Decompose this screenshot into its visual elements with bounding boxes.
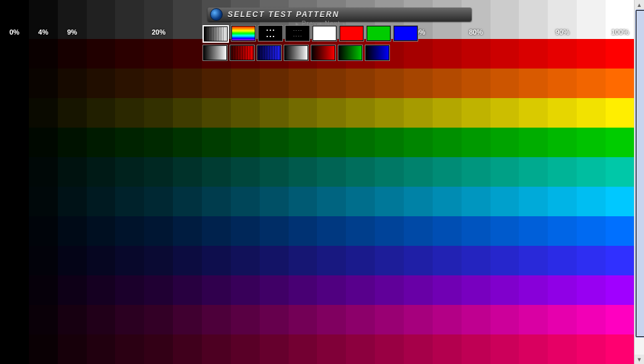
grid-cell [29, 305, 58, 334]
vertical-scrollbar[interactable]: ▲ ▼ [634, 0, 644, 364]
grid-cell [231, 157, 260, 187]
grid-cell [289, 305, 318, 334]
grid-cell [519, 69, 548, 98]
grid-cell [173, 187, 202, 216]
grid-cell [115, 98, 144, 128]
grid-cell [375, 305, 404, 334]
grid-cell [317, 69, 346, 98]
grid-cell [29, 157, 58, 187]
grid-cell [231, 187, 260, 216]
grid-cell [404, 334, 433, 364]
gray-cell [29, 0, 58, 39]
grid-cell [548, 305, 577, 334]
grid-cell [462, 334, 491, 364]
grid-cell [202, 187, 231, 216]
grid-cell [375, 216, 404, 246]
grid-cell [289, 334, 318, 364]
grid-cell [58, 305, 87, 334]
grid-cell [87, 334, 116, 364]
grid-cell [548, 275, 577, 305]
grid-cell [87, 275, 116, 305]
grid-cell [231, 246, 260, 275]
grid-cell [115, 275, 144, 305]
grid-cell [29, 128, 58, 157]
scroll-down-arrow-icon[interactable]: ▼ [635, 355, 644, 364]
grid-cell [202, 216, 231, 246]
grid-cell [87, 128, 116, 157]
pattern-red[interactable] [339, 25, 364, 41]
grid-cell [317, 98, 346, 128]
grid-cell [87, 305, 116, 334]
grid-cell [548, 157, 577, 187]
grid-cell [375, 275, 404, 305]
grid-cell [202, 305, 231, 334]
grid-cell [29, 39, 58, 69]
grid-cell [202, 128, 231, 157]
pattern-bw-gradient[interactable] [284, 45, 309, 61]
grid-cell [317, 305, 346, 334]
pattern-red-gradient[interactable] [311, 45, 336, 61]
gray-cell [115, 0, 144, 39]
grid-cell [433, 187, 462, 216]
grid-cell [58, 334, 87, 364]
grid-cell [144, 98, 173, 128]
gray-cell [606, 0, 635, 39]
grid-cell [346, 128, 375, 157]
pattern-green-gradient[interactable] [338, 45, 363, 61]
grid-row-magenta [0, 305, 635, 334]
grid-cell [404, 157, 433, 187]
grid-cell [58, 69, 87, 98]
grid-cell [491, 305, 519, 334]
pattern-hue[interactable] [231, 25, 256, 41]
pattern-blue-gradient[interactable] [365, 45, 390, 61]
grid-cell [462, 275, 491, 305]
grid-cell [115, 69, 144, 98]
grid-cell [173, 305, 202, 334]
grid-cell [346, 334, 375, 364]
pattern-white[interactable] [312, 25, 337, 41]
grid-cell [462, 246, 491, 275]
grid-cell [462, 69, 491, 98]
grid-cell [462, 216, 491, 246]
grid-cell [0, 128, 29, 157]
grid-cell [115, 39, 144, 69]
gray-cell [87, 0, 116, 39]
grid-cell [433, 69, 462, 98]
pattern-gray-bars[interactable] [203, 25, 229, 43]
grid-cell [519, 187, 548, 216]
grid-cell [115, 246, 144, 275]
grid-cell [548, 216, 577, 246]
grid-cell [58, 39, 87, 69]
grid-cell [519, 246, 548, 275]
grid-cell [491, 98, 519, 128]
grid-cell [144, 216, 173, 246]
pattern-green[interactable] [366, 25, 391, 41]
grid-cell [606, 157, 635, 187]
pattern-gray-gradient[interactable] [203, 45, 228, 61]
pattern-blue-bars[interactable] [257, 45, 282, 61]
grid-cell [433, 275, 462, 305]
pattern-dots[interactable] [258, 25, 283, 41]
grid-cell [144, 246, 173, 275]
gray-cell [144, 0, 173, 39]
grid-cell [87, 216, 116, 246]
grid-cell [231, 69, 260, 98]
grid-row-violet [0, 275, 635, 305]
grid-cell [606, 305, 635, 334]
grid-cell [202, 157, 231, 187]
scroll-up-arrow-icon[interactable]: ▲ [635, 0, 644, 9]
grid-cell [144, 157, 173, 187]
color-grid [0, 39, 635, 364]
grid-cell [0, 246, 29, 275]
grid-row-yellow [0, 98, 635, 128]
pattern-selector-bar[interactable]: SELECT TEST PATTERN [208, 8, 472, 21]
grid-cell [375, 69, 404, 98]
scroll-thumb[interactable] [635, 9, 644, 338]
grid-cell [548, 39, 577, 69]
grid-cell [577, 246, 606, 275]
pattern-red-bars[interactable] [230, 45, 255, 61]
pattern-blue[interactable] [393, 25, 418, 41]
pattern-dots-fine[interactable] [285, 25, 310, 41]
grid-cell [231, 98, 260, 128]
grid-row-blue [0, 216, 635, 246]
